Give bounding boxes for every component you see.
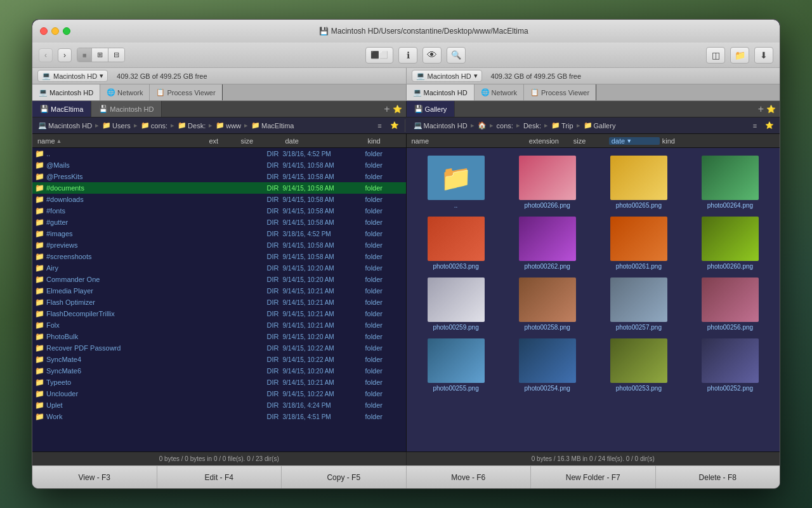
download-button[interactable]: ⬇ — [754, 47, 773, 64]
gallery-item[interactable]: photo00259.png — [412, 275, 501, 333]
file-row[interactable]: 📁 @Mails DIR 9/14/15, 10:58 AM folder — [32, 159, 406, 171]
gallery-item[interactable]: photo00262.png — [503, 214, 592, 272]
file-row[interactable]: 📁 PhotoBulk DIR 9/14/15, 10:20 AM folder — [32, 331, 406, 342]
left-tab-macintosh-hd2[interactable]: 💾 Macintosh HD — [91, 101, 162, 117]
col-header-kind[interactable]: kind — [365, 134, 403, 147]
gallery-item[interactable]: photo00260.png — [686, 214, 775, 272]
bottom-btn-view[interactable]: View - F3 — [32, 466, 157, 488]
gallery-col-header-name[interactable]: name — [409, 134, 527, 147]
gallery-item[interactable]: photo00253.png — [594, 336, 683, 394]
bottom-btn-new-folder[interactable]: New Folder - F7 — [531, 466, 656, 488]
file-row[interactable]: 📁 Elmedia Player DIR 9/14/15, 10:21 AM f… — [32, 285, 406, 297]
right-tab-process-viewer[interactable]: 📋 Process Viewer — [524, 84, 596, 100]
file-row[interactable]: 📁 .. DIR 3/18/16, 4:52 PM folder — [32, 148, 406, 159]
path-www[interactable]: 📁 www — [214, 121, 243, 130]
gallery-item[interactable]: photo00265.png — [594, 153, 683, 211]
view-details-button[interactable]: ⊟ — [108, 48, 124, 62]
info-button[interactable]: ℹ — [398, 47, 417, 64]
view-icons-button[interactable]: ⊞ — [92, 48, 108, 62]
gallery-item[interactable]: 📁 .. — [412, 153, 501, 211]
col-header-name[interactable]: name ▲ — [35, 134, 207, 147]
file-row[interactable]: 📁 Flash Optimizer DIR 9/14/15, 10:21 AM … — [32, 297, 406, 308]
right-path-trip[interactable]: 📁 Trip — [549, 121, 575, 130]
file-row[interactable]: 📁 #documents DIR 9/14/15, 10:58 AM folde… — [32, 182, 406, 194]
gallery-item[interactable]: photo00258.png — [503, 275, 592, 333]
right-path-home[interactable]: 🏠 — [476, 121, 488, 130]
file-row[interactable]: 📁 SyncMate6 DIR 9/14/15, 10:20 AM folder — [32, 365, 406, 377]
toggle-button[interactable]: ⬛⬜ — [365, 47, 393, 64]
left-tab-maceltima[interactable]: 💾 MacEltima — [32, 101, 91, 117]
file-row[interactable]: 📁 Recover PDF Passowrd DIR 9/14/15, 10:2… — [32, 342, 406, 354]
file-row[interactable]: 📁 Airy DIR 9/14/15, 10:20 AM folder — [32, 262, 406, 274]
left-file-list[interactable]: 📁 .. DIR 3/18/16, 4:52 PM folder 📁 @Mail… — [32, 148, 406, 451]
preview-button[interactable]: 👁 — [422, 47, 442, 64]
file-row[interactable]: 📁 #downloads DIR 9/14/15, 10:58 AM folde… — [32, 194, 406, 205]
file-row[interactable]: 📁 #previews DIR 9/14/15, 10:58 AM folder — [32, 239, 406, 251]
maximize-button[interactable] — [63, 27, 70, 35]
right-tab-add[interactable]: + — [758, 104, 764, 115]
file-row[interactable]: 📁 Unclouder DIR 9/14/15, 10:22 AM folder — [32, 388, 406, 399]
right-location-selector[interactable]: 💻 Macintosh HD ▾ — [412, 70, 482, 82]
panel-toggle-button[interactable]: ◫ — [706, 47, 725, 64]
left-path-view-btn[interactable]: ≡ — [374, 120, 386, 131]
left-location-selector[interactable]: 💻 Macintosh HD ▾ — [37, 70, 108, 82]
gallery-col-header-size[interactable]: size — [571, 134, 609, 147]
left-tab-pin[interactable]: ⭐ — [393, 105, 402, 114]
path-maceltima[interactable]: 📁 MacEltima — [249, 121, 296, 130]
col-header-size[interactable]: size — [239, 134, 283, 147]
right-tab-macintosh-hd[interactable]: 💻 Macintosh HD — [407, 84, 475, 100]
left-tab-network[interactable]: 🌐 Network — [100, 84, 150, 100]
left-path-star-btn[interactable]: ⭐ — [388, 120, 401, 131]
right-tab-gallery[interactable]: 💾 Gallery — [407, 101, 455, 117]
bottom-btn-edit[interactable]: Edit - F4 — [157, 466, 282, 488]
gallery-item[interactable]: photo00257.png — [594, 275, 683, 333]
file-row[interactable]: 📁 #images DIR 3/18/16, 4:52 PM folder — [32, 228, 406, 239]
gallery-col-header-ext[interactable]: extension — [527, 134, 571, 147]
gallery-col-header-kind[interactable]: kind — [660, 134, 777, 147]
col-header-date[interactable]: date — [283, 134, 365, 147]
minimize-button[interactable] — [51, 27, 59, 35]
gallery-grid[interactable]: 📁 .. photo00266.png photo00265.png photo… — [407, 148, 780, 451]
gallery-item[interactable]: photo00254.png — [503, 336, 592, 394]
path-macintosh-hd[interactable]: 💻 Macintosh HD — [36, 121, 94, 130]
search-button[interactable]: 🔍 — [447, 47, 466, 64]
close-button[interactable] — [40, 27, 48, 35]
gallery-item[interactable]: photo00264.png — [686, 153, 775, 211]
col-header-ext[interactable]: ext — [207, 134, 239, 147]
file-row[interactable]: 📁 #gutter DIR 9/14/15, 10:58 AM folder — [32, 217, 406, 228]
gallery-item[interactable]: photo00261.png — [594, 214, 683, 272]
path-cons[interactable]: 📁 cons: — [139, 121, 169, 130]
right-tab-pin[interactable]: ⭐ — [766, 105, 776, 114]
file-row[interactable]: 📁 Typeeto DIR 9/14/15, 10:21 AM folder — [32, 377, 406, 388]
gallery-item[interactable]: photo00255.png — [412, 336, 501, 394]
gallery-item[interactable]: photo00266.png — [503, 153, 592, 211]
path-users[interactable]: 📁 Users — [100, 121, 133, 130]
back-button[interactable]: ‹ — [39, 48, 53, 62]
file-row[interactable]: 📁 @PressKits DIR 9/14/15, 10:58 AM folde… — [32, 171, 406, 182]
right-path-view-btn[interactable]: ≡ — [749, 120, 761, 131]
right-tab-network[interactable]: 🌐 Network — [475, 84, 524, 100]
right-path-cons[interactable]: cons: — [495, 121, 515, 130]
favorites-button[interactable]: 📁 — [730, 47, 749, 64]
file-row[interactable]: 📁 SyncMate4 DIR 9/14/15, 10:22 AM folder — [32, 354, 406, 365]
bottom-btn-delete[interactable]: Delete - F8 — [656, 466, 780, 488]
file-row[interactable]: 📁 Folx DIR 9/14/15, 10:21 AM folder — [32, 319, 406, 331]
gallery-col-header-date[interactable]: date ▼ — [609, 137, 660, 145]
file-row[interactable]: 📁 Uplet DIR 3/18/16, 4:24 PM folder — [32, 399, 406, 411]
left-tab-process-viewer[interactable]: 📋 Process Viewer — [150, 84, 222, 100]
gallery-item[interactable]: photo00252.png — [686, 336, 775, 394]
file-row[interactable]: 📁 #fonts DIR 9/14/15, 10:58 AM folder — [32, 205, 406, 217]
left-tab-macintosh-hd[interactable]: 💻 Macintosh HD — [32, 84, 100, 100]
file-row[interactable]: 📁 Work DIR 3/18/16, 4:51 PM folder — [32, 411, 406, 422]
path-desk[interactable]: 📁 Desk: — [176, 121, 207, 130]
gallery-item[interactable]: photo00256.png — [686, 275, 775, 333]
right-path-gallery[interactable]: 📁 Gallery — [582, 121, 618, 130]
right-path-star-btn[interactable]: ⭐ — [763, 120, 776, 131]
view-list-button[interactable]: ≡ — [77, 48, 92, 62]
right-path-desk[interactable]: Desk: — [521, 121, 543, 130]
right-path-macintosh-hd[interactable]: 💻 Macintosh HD — [412, 121, 469, 130]
left-tab-add[interactable]: + — [384, 104, 390, 115]
forward-button[interactable]: › — [58, 48, 72, 62]
bottom-btn-move[interactable]: Move - F6 — [407, 466, 532, 488]
file-row[interactable]: 📁 Commander One DIR 9/14/15, 10:20 AM fo… — [32, 274, 406, 285]
